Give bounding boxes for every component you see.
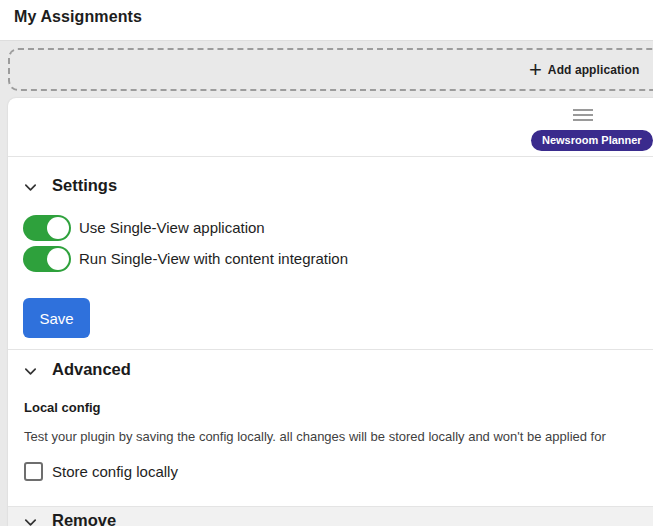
toggle-content-integration[interactable]: [23, 246, 71, 272]
toggle-label-content-integration: Run Single-View with content integration: [79, 250, 348, 267]
chevron-down-icon: [23, 364, 38, 379]
add-application-button[interactable]: + Add application: [529, 63, 639, 77]
local-config-subheading: Local config: [24, 400, 101, 415]
remove-section-title: Remove: [52, 511, 116, 526]
toggle-knob: [47, 217, 69, 239]
screen: My Assignments + Add application Newsroo…: [0, 0, 653, 526]
settings-section-title: Settings: [52, 176, 117, 195]
store-config-checkbox[interactable]: [24, 462, 43, 481]
workspace: + Add application Newsroom Planner Setti…: [0, 40, 653, 526]
local-config-description: Test your plugin by saving the config lo…: [24, 429, 653, 444]
store-config-checkbox-label: Store config locally: [52, 463, 178, 480]
add-application-label: Add application: [548, 63, 640, 77]
toggle-label-use-single-view: Use Single-View application: [79, 219, 265, 236]
section-header-settings[interactable]: Settings: [8, 176, 653, 200]
top-bar: My Assignments: [0, 0, 653, 40]
drag-handle-icon[interactable]: [573, 109, 593, 124]
application-card: Newsroom Planner Settings Use Single-Vie…: [8, 98, 653, 526]
divider: [8, 156, 653, 157]
advanced-section-title: Advanced: [52, 360, 131, 379]
save-button[interactable]: Save: [23, 298, 90, 338]
chevron-down-icon: [23, 515, 38, 526]
divider: [8, 349, 653, 350]
app-badge: Newsroom Planner: [531, 130, 653, 151]
page-title: My Assignments: [14, 8, 142, 26]
section-header-advanced[interactable]: Advanced: [8, 360, 653, 384]
chevron-down-icon: [23, 180, 38, 195]
section-header-remove[interactable]: Remove: [8, 511, 653, 526]
toggle-use-single-view[interactable]: [23, 215, 71, 241]
add-application-dropzone: + Add application: [8, 48, 653, 91]
toggle-knob: [47, 248, 69, 270]
plus-icon: +: [529, 63, 542, 77]
